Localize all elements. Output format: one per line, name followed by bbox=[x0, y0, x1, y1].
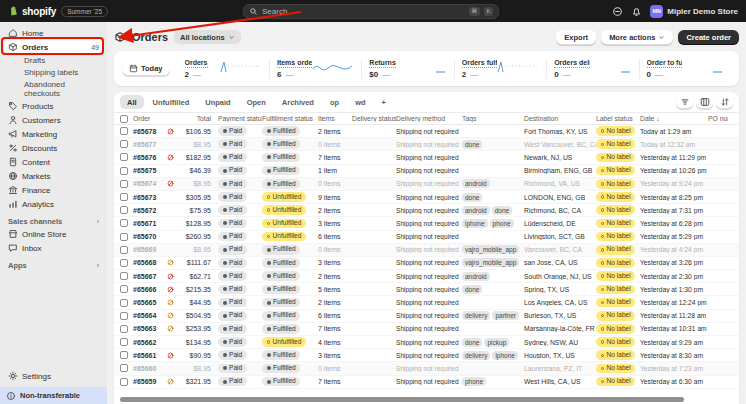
table-row[interactable]: #65674$8.95PaidFulfilled0 itemsShipping … bbox=[114, 178, 739, 191]
sidebar-item-markets[interactable]: Markets bbox=[4, 169, 103, 183]
table-row[interactable]: #65672$75.95PaidUnfulfilled2 itemsShippi… bbox=[114, 204, 739, 217]
sidebar-item-online-store[interactable]: Online Store bbox=[4, 227, 103, 241]
sidebar-section-sales-channels[interactable]: Sales channels› bbox=[8, 217, 99, 226]
table-row[interactable]: #65678$106.95PaidFulfilled2 itemsShippin… bbox=[114, 125, 739, 138]
row-select-cell[interactable] bbox=[120, 378, 133, 386]
columns-button[interactable] bbox=[696, 95, 713, 109]
row-select-cell[interactable] bbox=[120, 325, 133, 333]
sidebar-item-inbox[interactable]: Inbox bbox=[4, 241, 103, 255]
row-select-cell[interactable] bbox=[120, 233, 133, 241]
metric-orders-delivered[interactable]: Orders delivered0— bbox=[546, 59, 638, 79]
order-number[interactable]: #65660 bbox=[133, 365, 167, 372]
row-checkbox[interactable] bbox=[120, 364, 128, 372]
order-number[interactable]: #65666 bbox=[133, 286, 167, 293]
row-checkbox[interactable] bbox=[120, 299, 128, 307]
order-number[interactable]: #65665 bbox=[133, 299, 167, 306]
order-number[interactable]: #65673 bbox=[133, 194, 167, 201]
order-number[interactable]: #65675 bbox=[133, 167, 167, 174]
table-row[interactable]: #65665$44.95PaidFulfilled2 itemsShipping… bbox=[114, 296, 739, 309]
tab-unfulfilled[interactable]: Unfulfilled bbox=[146, 95, 197, 109]
order-number[interactable]: #65671 bbox=[133, 220, 167, 227]
sidebar-item-products[interactable]: Products bbox=[4, 99, 103, 113]
select-all-cell[interactable] bbox=[120, 115, 133, 123]
plan-banner[interactable]: Non-transferable bbox=[0, 387, 107, 404]
export-button[interactable]: Export bbox=[556, 30, 596, 45]
global-search[interactable]: ⌘ K bbox=[243, 4, 499, 19]
row-select-cell[interactable] bbox=[120, 285, 133, 293]
table-row[interactable]: #65666$215.35PaidFulfilled5 itemsShippin… bbox=[114, 283, 739, 296]
row-select-cell[interactable] bbox=[120, 312, 133, 320]
row-checkbox[interactable] bbox=[120, 233, 128, 241]
table-row[interactable]: #65662$134.95PaidUnfulfilled4 itemsShipp… bbox=[114, 336, 739, 349]
table-row[interactable]: #65659$321.95PaidFulfilled7 itemsShippin… bbox=[114, 376, 739, 389]
sidebar-subitem-shipping-labels[interactable]: Shipping labels bbox=[4, 66, 103, 78]
select-all-checkbox[interactable] bbox=[120, 115, 128, 123]
metric-returns[interactable]: Returns$0— bbox=[361, 59, 453, 79]
column-header-date[interactable]: Date ↓ bbox=[640, 115, 708, 122]
column-header-destination[interactable]: Destination bbox=[524, 115, 596, 122]
column-header-delivery-status[interactable]: Delivery status bbox=[352, 115, 396, 122]
row-select-cell[interactable] bbox=[120, 167, 133, 175]
metric-order-to-fulfillment-time[interactable]: Order to fulfillment time0— bbox=[639, 59, 731, 79]
row-select-cell[interactable] bbox=[120, 338, 133, 346]
horizontal-scrollbar[interactable] bbox=[120, 397, 733, 402]
table-row[interactable]: #65671$128.95PaidUnfulfilled3 itemsShipp… bbox=[114, 217, 739, 230]
table-row[interactable]: #65667$62.71PaidFulfilled2 itemsShipping… bbox=[114, 270, 739, 283]
table-row[interactable]: #65664$504.95PaidFulfilled6 itemsShippin… bbox=[114, 310, 739, 323]
sidebar-item-marketing[interactable]: Marketing bbox=[4, 127, 103, 141]
row-checkbox[interactable] bbox=[120, 153, 128, 161]
tab-wd[interactable]: wd bbox=[348, 95, 372, 109]
row-checkbox[interactable] bbox=[120, 338, 128, 346]
row-checkbox[interactable] bbox=[120, 312, 128, 320]
order-number[interactable]: #65677 bbox=[133, 141, 167, 148]
table-row[interactable]: #65669$8.95PaidFulfilled0 itemsShipping … bbox=[114, 244, 739, 257]
column-header-label-status[interactable]: Label status bbox=[596, 115, 640, 122]
row-checkbox[interactable] bbox=[120, 246, 128, 254]
row-select-cell[interactable] bbox=[120, 153, 133, 161]
table-row[interactable]: #65670$260.95PaidUnfulfilled6 itemsShipp… bbox=[114, 231, 739, 244]
sidebar-item-settings[interactable]: Settings bbox=[4, 369, 103, 383]
row-select-cell[interactable] bbox=[120, 364, 133, 372]
order-number[interactable]: #65669 bbox=[133, 246, 167, 253]
shopify-logo[interactable]: shopify bbox=[8, 5, 56, 17]
column-header-total[interactable]: Total bbox=[178, 115, 218, 122]
order-number[interactable]: #65676 bbox=[133, 154, 167, 161]
row-checkbox[interactable] bbox=[120, 272, 128, 280]
search-filter-button[interactable] bbox=[676, 95, 693, 109]
sidebar-item-analytics[interactable]: Analytics bbox=[4, 197, 103, 211]
row-checkbox[interactable] bbox=[120, 285, 128, 293]
table-row[interactable]: #65660$8.95PaidFulfilled0 itemsShipping … bbox=[114, 362, 739, 375]
order-number[interactable]: #65664 bbox=[133, 312, 167, 319]
tab-all[interactable]: All bbox=[120, 95, 144, 109]
sidebar-item-customers[interactable]: Customers bbox=[4, 113, 103, 127]
order-number[interactable]: #65661 bbox=[133, 352, 167, 359]
notifications-bell-icon[interactable] bbox=[631, 6, 642, 17]
order-number[interactable]: #65674 bbox=[133, 180, 167, 187]
order-number[interactable]: #65667 bbox=[133, 273, 167, 280]
scrollbar-thumb[interactable] bbox=[120, 397, 684, 402]
metric-orders-fulfilled[interactable]: Orders fulfilled2— bbox=[454, 59, 546, 79]
row-checkbox[interactable] bbox=[120, 193, 128, 201]
table-row[interactable]: #65677$8.95PaidFulfilled0 itemsShipping … bbox=[114, 138, 739, 151]
location-filter[interactable]: All locations bbox=[174, 30, 241, 44]
tab-op[interactable]: op bbox=[323, 95, 346, 109]
row-checkbox[interactable] bbox=[120, 127, 128, 135]
row-select-cell[interactable] bbox=[120, 246, 133, 254]
order-number[interactable]: #65670 bbox=[133, 233, 167, 240]
sidebar-item-home[interactable]: Home bbox=[4, 26, 103, 40]
row-select-cell[interactable] bbox=[120, 299, 133, 307]
column-header-payment-status[interactable]: Payment status bbox=[218, 115, 262, 122]
row-select-cell[interactable] bbox=[120, 272, 133, 280]
row-select-cell[interactable] bbox=[120, 219, 133, 227]
row-checkbox[interactable] bbox=[120, 351, 128, 359]
create-order-button[interactable]: Create order bbox=[678, 30, 739, 45]
search-input[interactable] bbox=[262, 7, 465, 16]
sidebar-item-orders[interactable]: Orders49 bbox=[4, 40, 103, 54]
sidebar-item-content[interactable]: Content bbox=[4, 155, 103, 169]
sidebar-subitem-drafts[interactable]: Drafts bbox=[4, 54, 103, 66]
column-header-tags[interactable]: Tags bbox=[462, 115, 524, 122]
metric-items-ordered[interactable]: Items ordered6— bbox=[269, 59, 361, 79]
order-number[interactable]: #65678 bbox=[133, 128, 167, 135]
row-select-cell[interactable] bbox=[120, 127, 133, 135]
table-row[interactable]: #65675$46.39PaidFulfilled1 itemShipping … bbox=[114, 165, 739, 178]
